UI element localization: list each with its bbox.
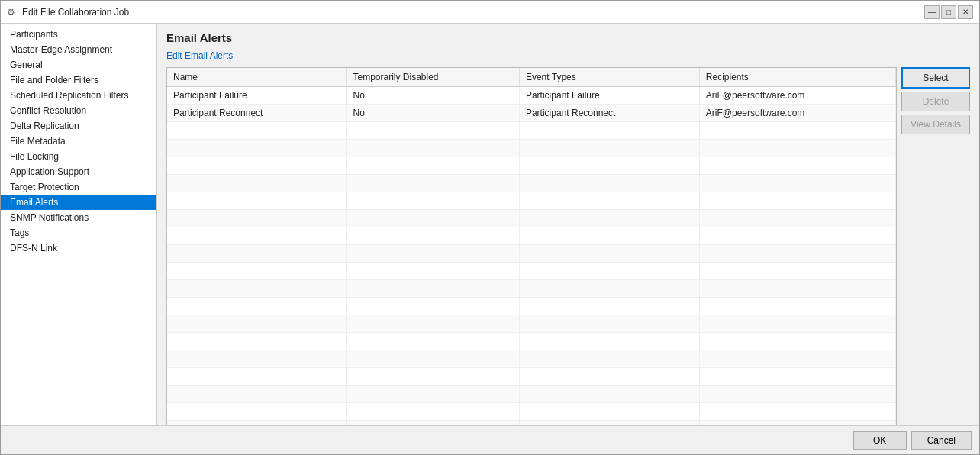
cell-temporarily_disabled: No [347,105,519,122]
cell-name: Participant Failure [167,87,347,105]
table-row-empty [167,245,896,263]
col-recipients: Recipients [699,68,895,87]
cell-recipients: AriF@peersoftware.com [699,87,895,105]
close-button[interactable]: ✕ [958,5,973,19]
col-event-types: Event Types [519,68,699,87]
table-row-empty [167,157,896,175]
sidebar-item-master-edge-assignment[interactable]: Master-Edge Assignment [1,42,156,57]
title-bar-left: ⚙ Edit File Collaboration Job [7,7,129,18]
table-container: Name Temporarily Disabled Event Types Re… [166,67,897,425]
table-row[interactable]: Participant ReconnectNoParticipant Recon… [167,105,896,122]
col-name: Name [167,68,347,87]
sidebar-item-file-metadata[interactable]: File Metadata [1,134,156,149]
table-row[interactable]: Participant FailureNoParticipant Failure… [167,87,896,105]
select-button[interactable]: Select [901,67,970,89]
buttons-panel: Select Delete View Details [901,67,970,425]
sidebar-item-file-locking[interactable]: File Locking [1,149,156,164]
table-row-empty [167,386,896,403]
table-row-empty [167,368,896,386]
table-row-empty [167,350,896,368]
sidebar-item-email-alerts[interactable]: Email Alerts [1,195,156,210]
sidebar-item-file-folder-filters[interactable]: File and Folder Filters [1,73,156,88]
table-row-empty [167,333,896,350]
table-row-empty [167,192,896,210]
table-row-empty [167,140,896,157]
table-row-empty [167,122,896,140]
table-header-row: Name Temporarily Disabled Event Types Re… [167,68,896,87]
email-alerts-table: Name Temporarily Disabled Event Types Re… [167,68,896,425]
title-bar: ⚙ Edit File Collaboration Job — □ ✕ [1,1,979,24]
title-controls: — □ ✕ [924,5,973,19]
sidebar-item-application-support[interactable]: Application Support [1,164,156,179]
sidebar-item-tags[interactable]: Tags [1,225,156,240]
table-row-empty [167,298,896,315]
sidebar-item-snmp-notifications[interactable]: SNMP Notifications [1,210,156,225]
sidebar-item-scheduled-replication-filters[interactable]: Scheduled Replication Filters [1,88,156,103]
edit-email-alerts-link[interactable]: Edit Email Alerts [166,50,970,61]
table-and-buttons: Name Temporarily Disabled Event Types Re… [166,67,970,425]
table-row-empty [167,263,896,280]
maximize-button[interactable]: □ [941,5,956,19]
main-window: ⚙ Edit File Collaboration Job — □ ✕ Part… [0,0,980,455]
sidebar-item-dfs-n-link[interactable]: DFS-N Link [1,240,156,256]
view-details-button[interactable]: View Details [901,115,970,134]
cell-temporarily_disabled: No [347,87,519,105]
delete-button[interactable]: Delete [901,92,970,111]
table-row-empty [167,403,896,421]
sidebar-item-target-protection[interactable]: Target Protection [1,179,156,195]
minimize-button[interactable]: — [924,5,940,19]
cell-event_types: Participant Reconnect [519,105,699,122]
ok-button[interactable]: OK [853,431,907,450]
cell-event_types: Participant Failure [519,87,699,105]
cell-recipients: AriF@peersoftware.com [699,105,895,122]
sidebar-item-participants[interactable]: Participants [1,27,156,42]
table-row-empty [167,315,896,333]
table-row-empty [167,175,896,192]
col-temp-disabled: Temporarily Disabled [347,68,519,87]
sidebar: ParticipantsMaster-Edge AssignmentGenera… [1,24,157,425]
cancel-button[interactable]: Cancel [911,431,972,450]
content-area: Email Alerts Edit Email Alerts Name Temp… [157,24,979,425]
window-icon: ⚙ [7,7,18,18]
main-content: ParticipantsMaster-Edge AssignmentGenera… [1,24,979,425]
window-title: Edit File Collaboration Job [22,7,129,18]
table-row-empty [167,228,896,245]
section-title: Email Alerts [166,31,970,44]
sidebar-item-general[interactable]: General [1,57,156,73]
sidebar-item-delta-replication[interactable]: Delta Replication [1,118,156,134]
sidebar-item-conflict-resolution[interactable]: Conflict Resolution [1,103,156,118]
table-row-empty [167,210,896,228]
bottom-bar: OK Cancel [1,425,979,454]
table-row-empty [167,280,896,298]
cell-name: Participant Reconnect [167,105,347,122]
